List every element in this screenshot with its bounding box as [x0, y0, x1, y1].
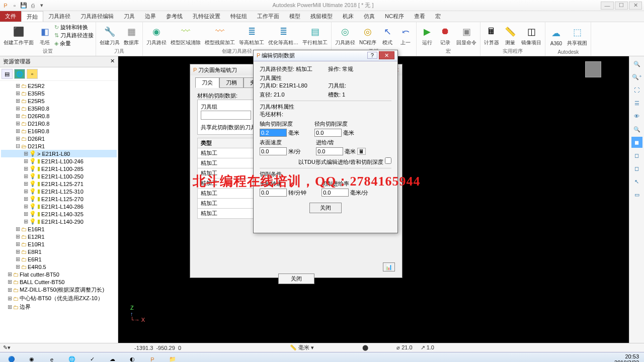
surface-speed-input[interactable]	[260, 147, 287, 155]
tree-node[interactable]: ⊞💡 ▮ E21R1-L125-271	[1, 180, 117, 188]
tb-app7[interactable]: P	[143, 353, 162, 363]
rt-fit-icon[interactable]: ⛶	[631, 84, 642, 96]
tree-node[interactable]: ⊞🗀 中心钻-BT50（优先选用ZXZ-10）	[1, 294, 117, 303]
btn-allowance[interactable]: ◈余量	[54, 40, 94, 47]
radial-depth-input[interactable]	[314, 129, 342, 137]
tree-node[interactable]: ⊞🗀 E16R1	[1, 225, 117, 233]
btn-share[interactable]: ⬚共享视图	[566, 25, 589, 47]
tab-reference[interactable]: 参考线	[161, 11, 188, 22]
tab-simulate[interactable]: 仿真	[359, 11, 380, 22]
tree-node[interactable]: ⊞💡 ▮ E21R1-L125-270	[1, 195, 117, 203]
tb-app6[interactable]: ◐	[123, 353, 142, 363]
tb-app8[interactable]: 📁	[163, 353, 182, 363]
tree-node[interactable]: ⊞🗀 E8R1	[1, 248, 117, 255]
rt-wire-icon[interactable]: ◻	[631, 150, 642, 161]
feed-tooth-input[interactable]	[316, 147, 343, 155]
tab-view[interactable]: 查看	[409, 11, 430, 22]
tab-file[interactable]: 文件	[0, 11, 21, 22]
tab-workplane[interactable]: 工作平面	[252, 11, 284, 22]
tree-node[interactable]: ⊞🗀 Flat cutter-BT50	[1, 270, 117, 278]
explorer-close-icon[interactable]: ✕	[110, 58, 115, 65]
btn-calc[interactable]: 🖩计算器	[482, 24, 501, 47]
tab-macro[interactable]: 宏	[430, 11, 446, 22]
tab-toolpath-edit[interactable]: 刀具路径编辑	[75, 11, 119, 22]
btn-rotate[interactable]: ↻旋转和转换	[54, 24, 94, 31]
tree-node[interactable]: ⊞🗀 E35R0.8	[1, 105, 117, 112]
exp-btn-1[interactable]: ▤	[2, 69, 13, 79]
dlg1-chart-icon[interactable]: 📊	[383, 262, 395, 272]
tab-hole[interactable]: 孔特征设置	[188, 11, 225, 22]
rt-search-icon[interactable]: 🔍	[631, 124, 642, 135]
tree-node[interactable]: ⊞🗀 D21R0.8	[1, 120, 117, 127]
btn-act-toolpath[interactable]: ◎刀具路径	[334, 24, 357, 47]
tree-node[interactable]: ⊞💡 ▮ E21R1-L140-290	[1, 218, 117, 225]
rt-layer-icon[interactable]: ☰	[631, 98, 642, 109]
calc-icon[interactable]: 🖩	[357, 148, 366, 155]
axial-depth-input[interactable]	[260, 129, 287, 137]
tree-node[interactable]: ⊞💡 ▮ E21R1-L100-285	[1, 165, 117, 172]
tree-node[interactable]: ⊞💡 ▮ E21R1-L100-246	[1, 157, 117, 165]
tab-boundary[interactable]: 边界	[140, 11, 161, 22]
btn-a360[interactable]: ☁A360	[547, 26, 565, 47]
btn-database[interactable]: ▦数据库	[122, 24, 140, 47]
tree-node[interactable]: ⊞💡 ▮ E21R1-L140-286	[1, 203, 117, 210]
rt-cursor-icon[interactable]: ↖	[631, 176, 642, 187]
tree-node[interactable]: ⊞🗀 D26R0.8	[1, 112, 117, 120]
dlg2-close-button[interactable]: 关闭	[309, 203, 342, 213]
tree-node[interactable]: ⊞💡 ▮ E21R1-L140-325	[1, 210, 117, 218]
tab-tools[interactable]: 刀具	[119, 11, 140, 22]
dlg1-tab-tip[interactable]: 刀尖	[195, 77, 219, 88]
btn-connect[interactable]: ⇅刀具路径连接	[54, 32, 94, 39]
tree-node[interactable]: ⊞🗀 边界	[1, 303, 117, 311]
dlg1-tab-shank[interactable]: 刀柄	[219, 77, 244, 88]
tb-app3[interactable]: 🌐	[62, 353, 82, 363]
tree-node[interactable]: ⊞🗀 E25R2	[1, 82, 117, 89]
btn-mirror[interactable]: ◫镜像项目	[520, 24, 543, 47]
tree-node[interactable]: ⊞🗀 E35R5	[1, 89, 117, 97]
tab-stock[interactable]: 残留模型	[305, 11, 338, 22]
new-icon[interactable]: ▫	[11, 2, 18, 9]
tab-model[interactable]: 模型	[284, 11, 305, 22]
view-cube[interactable]	[585, 61, 601, 77]
dlg1-close-button[interactable]: 关闭	[278, 274, 314, 284]
btn-opt-constz[interactable]: ≣优化等高精…	[267, 24, 300, 47]
tree-node[interactable]: ⊞🗀 E10R1	[1, 240, 117, 248]
cutting-feed-input[interactable]	[321, 189, 349, 197]
tree-node[interactable]: ⊞🗀 BALL Cutter-BT50	[1, 278, 117, 286]
tree-node[interactable]: ⊞🗀 E25R5	[1, 97, 117, 105]
btn-block[interactable]: ◧毛坯	[36, 24, 53, 47]
maximize-button[interactable]: ☐	[615, 2, 628, 10]
tb-app2[interactable]: e	[42, 353, 61, 363]
btn-act-nc[interactable]: ◎NC程序	[358, 24, 378, 47]
print-icon[interactable]: ⎙	[29, 2, 36, 9]
btn-raster[interactable]: ▤平行精加工	[301, 24, 329, 47]
btn-mode[interactable]: ↖模式	[379, 24, 396, 47]
tab-start[interactable]: 开始	[21, 11, 43, 22]
save-icon[interactable]: 💾	[20, 2, 27, 9]
tree-node[interactable]: ⊞🗀 E12R1	[1, 233, 117, 240]
btn-measure[interactable]: 📏测量	[502, 24, 519, 47]
tree-node[interactable]: ⊞🗀 MZ-DILL-BT50(根据深度调整刀长)	[1, 286, 117, 294]
tree-node[interactable]: ⊞🗀 D26R1	[1, 135, 117, 142]
tree-node[interactable]: ⊟🗁 D21R1	[1, 142, 117, 150]
toolgroup-combo[interactable]	[201, 111, 251, 120]
btn-toolpath[interactable]: ◉刀具路径	[145, 24, 168, 47]
tree-node[interactable]: ⊞💡 ▮ E21R1-L125-310	[1, 188, 117, 195]
explorer-tree[interactable]: ⊞🗀 E25R2⊞🗀 E35R5⊞🗀 E25R5⊞🗀 E35R0.8⊞🗀 D26…	[0, 81, 118, 343]
tb-app5[interactable]: ☁	[103, 353, 122, 363]
tdu-checkbox[interactable]	[385, 157, 391, 164]
rt-shade-icon[interactable]: ◼	[631, 137, 642, 148]
spindle-speed-input[interactable]	[260, 189, 287, 197]
btn-area-clear[interactable]: 〰模型区域清除	[169, 24, 202, 47]
tab-toolpath[interactable]: 刀具路径	[43, 11, 75, 22]
system-clock[interactable]: 20:532018/3/22	[614, 353, 642, 363]
tb-app1[interactable]: ◉	[22, 353, 41, 363]
btn-record[interactable]: ⏺记录	[437, 24, 454, 47]
tree-node[interactable]: ⊞🗀 E6R1	[1, 255, 117, 263]
tree-node[interactable]: ⊞💡 > E21R1-L80	[1, 150, 117, 157]
rt-eye-icon[interactable]: 👁	[631, 111, 642, 122]
rt-home-icon[interactable]: 🔍	[631, 58, 642, 69]
tb-app4[interactable]: ✓	[83, 353, 102, 363]
exp-btn-2[interactable]: 🌐	[14, 69, 25, 79]
tab-feature[interactable]: 特征组	[225, 11, 252, 22]
